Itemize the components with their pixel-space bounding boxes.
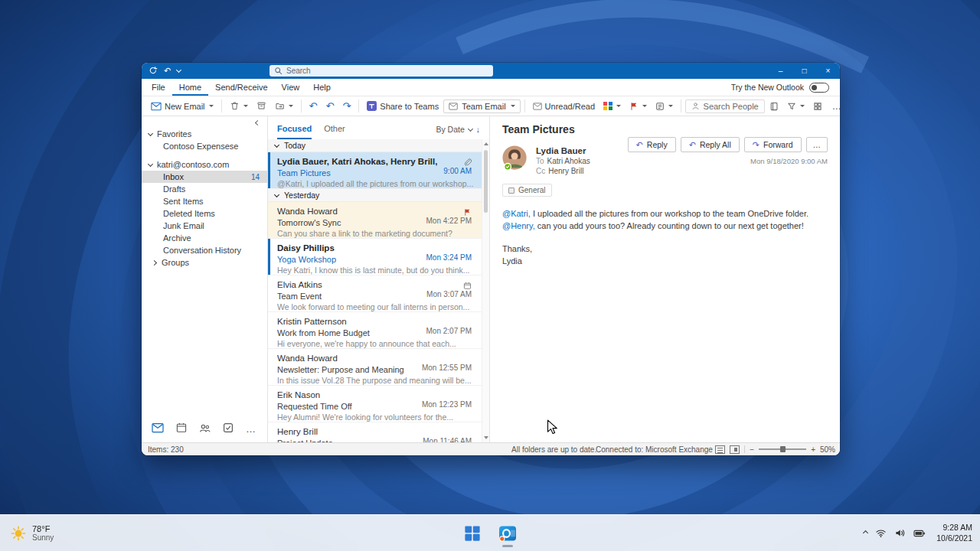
sort-by-dropdown[interactable]: By Date ↓ [436,125,480,139]
sort-direction-icon[interactable]: ↓ [476,125,480,134]
categorize-button[interactable] [599,100,625,112]
to-label: To [536,157,544,165]
favorites-header[interactable]: Favorites [142,128,267,140]
folder-junk-email[interactable]: Junk Email [142,220,267,232]
zoom-in-button[interactable]: + [811,445,815,454]
close-button[interactable]: × [816,63,840,79]
normal-view-icon[interactable] [715,445,725,454]
tab-home[interactable]: Home [172,79,208,96]
folder-conversation-history[interactable]: Conversation History [142,244,267,256]
zoom-slider-knob[interactable] [780,446,786,452]
wifi-icon[interactable] [875,528,887,538]
folder-inbox[interactable]: Inbox 14 [142,171,267,183]
calendar-module-icon[interactable] [176,422,187,435]
caret-down-icon [289,105,293,107]
tasks-module-icon[interactable] [223,422,234,435]
start-button[interactable] [459,517,486,549]
folder-deleted-items[interactable]: Deleted Items [142,207,267,220]
chevron-right-icon [152,259,157,265]
tab-send-receive[interactable]: Send/Receive [208,79,275,96]
new-email-button[interactable]: New Email [147,100,217,112]
sender-name[interactable]: Lydia Bauer [536,146,828,155]
flag-icon [629,102,639,111]
zoom-out-button[interactable]: − [750,445,754,454]
email-list-item[interactable]: Lydia Bauer, Katri Ahokas, Henry Brill, … [268,152,489,189]
archive-button[interactable] [253,99,270,112]
group-header-yesterday[interactable]: Yesterday [268,189,489,202]
clock-date: 10/6/2021 [936,533,972,544]
mail-module-icon[interactable] [152,422,164,435]
address-book-button[interactable] [766,100,782,112]
delete-button[interactable] [226,99,252,112]
collapse-folder-pane-button[interactable] [142,117,267,128]
sensitivity-label[interactable]: General [502,184,552,197]
folder-sent-items[interactable]: Sent Items [142,195,267,207]
more-modules-button[interactable]: … [246,423,256,435]
email-list-item[interactable]: Erik Nason Requested Time Off Hey Alumni… [268,386,489,422]
tab-view[interactable]: View [275,79,307,96]
volume-icon[interactable] [894,528,906,538]
tab-other[interactable]: Other [324,124,345,139]
move-button[interactable] [271,99,297,112]
follow-up-button[interactable] [626,100,651,112]
message-list-scrollbar[interactable] [482,139,489,442]
tray-chevron-up-icon[interactable] [864,531,867,535]
taskbar-clock[interactable]: 9:28 AM 10/6/2021 [933,523,972,543]
share-to-teams-button[interactable]: Share to Teams [363,99,443,112]
to-recipients[interactable]: Katri Ahokas [547,157,590,165]
cc-recipients[interactable]: Henry Brill [548,167,583,175]
scroll-up-arrow-icon[interactable] [484,142,488,145]
folder-drafts[interactable]: Drafts [142,183,267,195]
reply-all-button[interactable]: ↶ [322,99,338,112]
minimize-button[interactable]: – [769,63,792,79]
sender-avatar[interactable] [502,145,528,171]
email-list-item[interactable]: Wanda Howard Newsletter: Purpose and Mea… [268,349,489,386]
weather-widget[interactable]: 78°F Sunny [11,515,54,551]
reading-view-icon[interactable] [730,445,740,454]
email-list-item[interactable]: Henry Brill Project Update Mon 11:46 AM [268,422,489,442]
ribbon: New Email ↶ ↶ ↷ Share to Teams [142,96,840,116]
mention-link[interactable]: @Katri, [502,209,531,218]
folder-groups[interactable]: Groups [142,256,267,269]
quick-steps-gallery[interactable]: Team Email [443,99,520,113]
scroll-down-arrow-icon[interactable] [484,436,488,439]
email-list-item[interactable]: Kristin Patternson Work from Home Budget… [268,312,489,349]
email-list-item[interactable]: Elvia Atkins Team Event We look forward … [268,276,489,312]
mention-link[interactable]: @Henry, [502,221,535,230]
email-list-item[interactable]: Wanda Howard Tomorrow's Sync Can you sha… [268,202,489,239]
new-outlook-toggle[interactable] [809,83,829,93]
zoom-level[interactable]: 50% [820,445,835,454]
forward-button[interactable]: ↷ [338,99,354,112]
zoom-slider[interactable] [759,448,806,450]
windows-start-icon [464,525,481,542]
unread-indicator-bar [268,239,270,275]
chevron-left-icon [255,119,260,125]
unread-read-button[interactable]: Unread/Read [529,100,599,112]
account-header[interactable]: katri@contoso.com [142,158,267,171]
undo-icon[interactable]: ↶ [164,67,171,75]
search-input[interactable] [286,67,488,75]
caret-down-icon [800,105,805,107]
group-header-today[interactable]: Today [268,139,489,152]
battery-icon[interactable] [913,529,926,538]
reply-button[interactable]: ↶ [305,99,322,112]
people-module-icon[interactable] [199,422,211,435]
maximize-button[interactable]: □ [792,63,816,79]
taskbar-outlook-button[interactable] [494,517,521,549]
filter-email-button[interactable] [783,100,808,112]
tab-help[interactable]: Help [306,79,338,96]
email-list-item[interactable]: Daisy Phillips Yoga Workshop Hey Katri, … [268,239,489,276]
titlebar-search[interactable] [270,65,493,77]
tags-button[interactable] [652,100,677,112]
scrollbar-thumb[interactable] [484,150,488,213]
favorite-folder[interactable]: Contoso Expensese [142,140,267,152]
tab-file[interactable]: File [145,79,172,96]
addins-button[interactable] [809,100,826,112]
folder-archive[interactable]: Archive [142,232,267,244]
customize-toolbar-chevron-icon[interactable] [176,67,181,73]
flag-icon[interactable] [463,206,472,220]
search-people-field[interactable]: Search People [685,99,765,113]
ribbon-overflow-button[interactable]: … [828,99,840,113]
tab-focused[interactable]: Focused [277,124,312,139]
send-receive-icon[interactable] [149,66,158,77]
